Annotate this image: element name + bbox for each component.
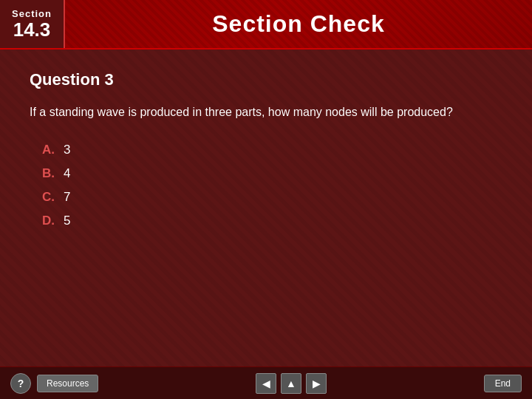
option-letter: D. (37, 214, 55, 228)
prev-button[interactable]: ◀ (256, 373, 276, 394)
footer: ? Resources ◀ ▲ ▶ End (0, 366, 532, 399)
section-word: Section (12, 8, 52, 19)
question-title: Question 3 (30, 70, 502, 89)
answer-option-b[interactable]: B.4 (37, 166, 502, 181)
footer-right: End (484, 375, 522, 392)
header-title: Section Check (212, 10, 385, 38)
end-button[interactable]: End (484, 375, 522, 392)
header: Section 14.3 Section Check (0, 0, 532, 50)
answer-option-a[interactable]: A.3 (37, 143, 502, 157)
option-value: 3 (64, 143, 70, 157)
answer-option-c[interactable]: C.7 (37, 190, 502, 205)
option-letter: B. (37, 166, 55, 181)
answer-option-d[interactable]: D.5 (37, 214, 502, 228)
footer-left: ? Resources (10, 373, 98, 394)
footer-nav: ◀ ▲ ▶ (256, 373, 327, 394)
option-value: 4 (64, 166, 70, 181)
home-button[interactable]: ▲ (281, 373, 301, 394)
question-text: If a standing wave is produced in three … (30, 103, 502, 122)
option-letter: A. (37, 143, 55, 157)
main-content: Question 3 If a standing wave is produce… (0, 50, 532, 366)
section-label-box: Section 14.3 (0, 0, 65, 48)
answer-options: A.3B.4C.7D.5 (30, 143, 502, 228)
next-button[interactable]: ▶ (306, 373, 327, 394)
option-letter: C. (37, 190, 55, 205)
help-button[interactable]: ? (10, 373, 31, 394)
resources-button[interactable]: Resources (37, 375, 98, 392)
option-value: 7 (64, 190, 70, 205)
header-title-area: Section Check (65, 0, 532, 48)
section-number: 14.3 (13, 19, 51, 41)
option-value: 5 (64, 214, 70, 228)
